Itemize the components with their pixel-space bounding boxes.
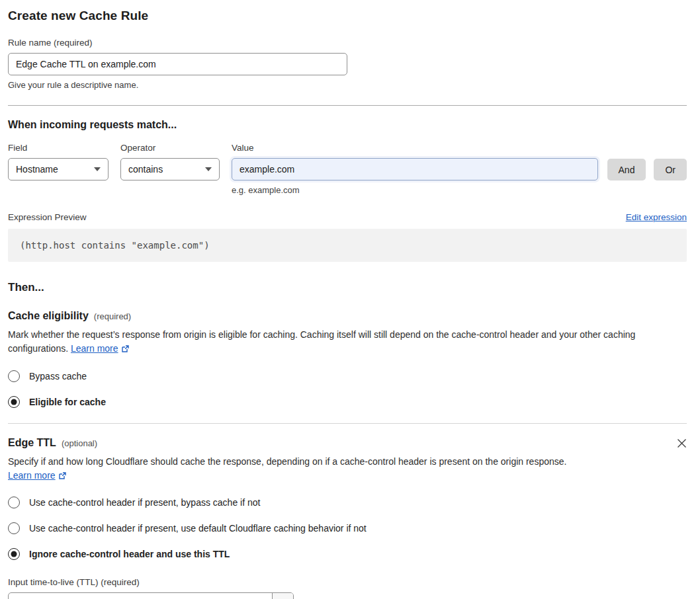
then-heading: Then... [8,281,687,294]
cache-eligibility-title: Cache eligibility [8,310,89,322]
radio-icon [8,370,20,382]
field-group: Field Hostname [8,143,109,180]
ttl-section: Input time-to-live (TTL) (required) 1 da… [8,577,687,599]
cache-eligibility-learn-more-link[interactable]: Learn more [71,343,118,354]
rule-name-help: Give your rule a descriptive name. [8,80,687,90]
close-icon [677,438,687,448]
external-link-icon [58,471,67,480]
operator-select-value: contains [128,164,163,175]
radio-label: Bypass cache [29,371,87,381]
value-hint: e.g. example.com [232,185,687,195]
close-button[interactable] [677,438,687,448]
value-group: Value [232,143,598,180]
ttl-label: Input time-to-live (TTL) (required) [8,577,687,587]
cache-eligibility-required-tag: (required) [94,311,131,321]
edge-ttl-title: Edge TTL [8,437,56,449]
field-select-value: Hostname [16,164,58,175]
radio-icon [8,522,20,534]
radio-use-cc-default[interactable]: Use cache-control header if present, use… [8,522,687,534]
divider [8,423,687,424]
expression-preview-label: Expression Preview [8,212,87,222]
page-title: Create new Cache Rule [8,9,687,23]
match-heading: When incoming requests match... [8,119,687,131]
rule-name-label: Rule name (required) [8,38,687,48]
condition-row: Field Hostname Operator contains Value A… [8,143,687,180]
value-input[interactable] [232,158,598,180]
cache-eligibility-header: Cache eligibility (required) [8,310,687,322]
ttl-select-arrow-box[interactable] [272,593,293,599]
radio-ignore-cc-use-ttl[interactable]: Ignore cache-control header and use this… [8,548,687,560]
divider [8,105,687,106]
radio-selected-icon [8,548,20,560]
edge-ttl-header: Edge TTL (optional) [8,437,687,449]
radio-eligible-for-cache[interactable]: Eligible for cache [8,396,687,408]
radio-selected-icon [8,396,20,408]
edge-ttl-learn-more-link[interactable]: Learn more [8,470,56,481]
edge-ttl-titles: Edge TTL (optional) [8,437,677,449]
ttl-select[interactable]: 1 day [8,592,294,599]
operator-select[interactable]: contains [120,158,220,180]
chevron-down-icon [94,167,101,171]
edge-ttl-optional-tag: (optional) [62,438,97,448]
edge-ttl-description-text: Specify if and how long Cloudflare shoul… [8,456,566,467]
field-label: Field [8,143,109,153]
ttl-select-value: 1 day [9,593,272,599]
radio-bypass-cache[interactable]: Bypass cache [8,370,687,382]
expression-preview-row: Expression Preview Edit expression [8,212,687,222]
rule-name-input[interactable] [8,53,347,75]
expression-code-block: (http.host contains "example.com") [8,229,687,262]
radio-icon [8,497,20,508]
rule-name-section: Rule name (required) Give your rule a de… [8,38,687,90]
operator-group: Operator contains [120,143,220,180]
edit-expression-link[interactable]: Edit expression [626,212,687,222]
and-button[interactable]: And [607,159,646,180]
value-label: Value [232,143,598,153]
cache-eligibility-description: Mark whether the request’s response from… [8,328,687,356]
radio-label: Ignore cache-control header and use this… [29,549,230,559]
or-button[interactable]: Or [654,159,687,180]
external-link-icon [121,344,130,353]
radio-label: Use cache-control header if present, byp… [29,497,260,508]
field-select[interactable]: Hostname [8,158,109,180]
edge-ttl-description: Specify if and how long Cloudflare shoul… [8,455,567,483]
radio-label: Eligible for cache [29,397,106,407]
operator-label: Operator [120,143,220,153]
radio-use-cc-bypass[interactable]: Use cache-control header if present, byp… [8,497,687,508]
chevron-down-icon [205,167,212,171]
radio-label: Use cache-control header if present, use… [29,523,367,534]
